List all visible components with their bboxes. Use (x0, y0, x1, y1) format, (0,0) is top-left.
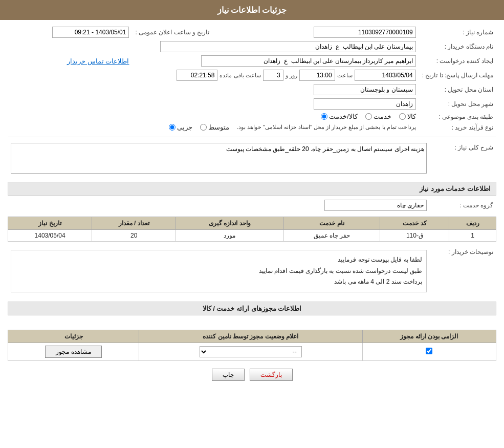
button-row: بازگشت چاپ (8, 369, 496, 381)
deadline-row: ساعت روز و ساعت باقی مانده (8, 68, 419, 82)
services-table: ردیف کد خدمت نام خدمت واحد اندازه گیری ت… (8, 217, 496, 242)
process-jozi-radio[interactable] (169, 124, 176, 131)
creator-input[interactable] (201, 55, 416, 67)
city-value (8, 97, 419, 111)
process-motavasset-label: متوسط (208, 123, 229, 131)
buyer-notes-label: توصیحات خریدار : (430, 246, 496, 296)
buyer-note-line-1: لطفا به فایل پیوست توجه فرمایید (15, 254, 422, 266)
service-group-label: گروه خدمت : (430, 198, 496, 212)
services-section-title: اطلاعات خدمات مورد نیاز (8, 182, 496, 196)
perm-col-status: اعلام وضعیت مجوز توسط نامین کننده (139, 330, 362, 343)
buyer-notes-box: لطفا به فایل پیوست توجه فرمایید طبق لیست… (11, 250, 427, 292)
creator-label: ایجاد کننده درخواست : (419, 54, 496, 68)
buyer-note-line-3: پرداخت سند 2 الی 4 ماهه می باشد (15, 276, 422, 288)
page-title: جزئیات اطلاعات نیاز (217, 6, 287, 14)
announcement-datetime-label: تاریخ و ساعت اعلان عمومی : (132, 25, 212, 39)
buyer-org-input[interactable] (160, 41, 416, 52)
permissions-table: الزامی بودن ارائه مجوز اعلام وضعیت مجوز … (8, 330, 496, 361)
perm-required-checkbox[interactable] (426, 348, 432, 354)
category-kala-radio[interactable] (399, 113, 406, 120)
service-group-input[interactable] (324, 200, 427, 211)
perm-status-select[interactable]: -- (200, 346, 302, 357)
perm-col-detail: جزئیات (8, 330, 139, 343)
row-qty: 20 (92, 230, 176, 242)
service-group-value (8, 198, 430, 212)
process-motavasset-option[interactable]: متوسط (200, 123, 229, 131)
category-kala-khedmat-option[interactable]: کالا/خدمت (321, 113, 358, 120)
process-detail-text: پرداخت تمام یا بخشی از مبلغ خریدار از مح… (237, 124, 416, 131)
process-label: نوع فرآیند خرید : (419, 122, 496, 133)
description-label: شرح کلی نیاز : (430, 141, 496, 177)
contact-link[interactable]: اطلاعات تماس خریدار (67, 57, 129, 65)
deadline-label: مهلت ارسال پاسخ: تا تاریخ : (419, 68, 496, 82)
deadline-time-input[interactable] (299, 70, 335, 81)
description-textarea[interactable]: هزینه اجرای سیستم اتصال به زمین_حفر چاه.… (11, 143, 427, 174)
buyer-org-value (8, 39, 419, 54)
remaining-label: ساعت باقی مانده (220, 72, 260, 79)
category-row: کالا خدمت کالا/خدمت (8, 111, 419, 122)
province-input[interactable] (314, 84, 416, 95)
process-jozi-option[interactable]: جزیی (169, 123, 192, 131)
category-khedmat-radio[interactable] (365, 113, 372, 120)
perm-required-cell (362, 343, 496, 360)
description-table: شرح کلی نیاز : هزینه اجرای سیستم اتصال ب… (8, 141, 496, 177)
row-code: ق-110 (380, 230, 449, 242)
info-table: شماره نیاز : تاریخ و ساعت اعلان عمومی : … (8, 25, 496, 133)
remaining-input[interactable] (177, 70, 217, 81)
buyer-notes-value: لطفا به فایل پیوست توجه فرمایید طبق لیست… (8, 246, 430, 296)
province-label: استان محل تحویل : (419, 82, 496, 97)
buyer-note-line-2: طبق لیست درخواست شده نسبت به بارگذاری قی… (15, 266, 422, 277)
table-row: 1 ق-110 حفر چاه عمیق مورد 20 1403/05/04 (8, 230, 496, 242)
row-name: حفر چاه عمیق (283, 230, 380, 242)
row-date: 1403/05/04 (8, 230, 92, 242)
request-number-label: شماره نیاز : (419, 25, 496, 39)
col-name: نام خدمت (283, 217, 380, 230)
perm-status-cell: -- (139, 343, 362, 360)
announcement-datetime-input[interactable] (52, 27, 129, 38)
buyer-notes-table: توصیحات خریدار : لطفا به فایل پیوست توجه… (8, 246, 496, 296)
deadline-date-input[interactable] (355, 70, 416, 81)
row-unit: مورد (176, 230, 283, 242)
col-row: ردیف (449, 217, 496, 230)
category-kala-option[interactable]: کالا (399, 113, 416, 120)
description-value: هزینه اجرای سیستم اتصال به زمین_حفر چاه.… (8, 141, 430, 177)
perm-detail-cell: مشاهده مجوز (8, 343, 139, 360)
creator-value (132, 54, 419, 68)
perm-col-required: الزامی بودن ارائه مجوز (362, 330, 496, 343)
process-motavasset-radio[interactable] (200, 124, 207, 131)
col-date: تاریخ نیاز (8, 217, 92, 230)
back-button[interactable]: بازگشت (250, 369, 293, 381)
page-header: جزئیات اطلاعات نیاز (0, 0, 504, 20)
view-permission-button[interactable]: مشاهده مجوز (45, 346, 101, 358)
row-number: 1 (449, 230, 496, 242)
announcement-datetime-value (8, 25, 132, 39)
request-number-value (223, 25, 419, 39)
category-khedmat-option[interactable]: خدمت (365, 113, 391, 120)
col-qty: تعداد / مقدار (92, 217, 176, 230)
category-kala-label: کالا (407, 113, 416, 120)
permission-row: -- مشاهده مجوز (8, 343, 496, 360)
col-unit: واحد اندازه گیری (176, 217, 283, 230)
main-content: شماره نیاز : تاریخ و ساعت اعلان عمومی : … (0, 20, 504, 394)
request-number-input[interactable] (314, 27, 416, 38)
permissions-section-title: اطلاعات مجوزهای ارائه خدمت / کالا (8, 302, 496, 315)
process-jozi-label: جزیی (177, 123, 192, 131)
divider-1 (8, 137, 496, 137)
deadline-days-input[interactable] (263, 70, 283, 81)
print-button[interactable]: چاپ (212, 369, 245, 381)
category-kala-khedmat-radio[interactable] (321, 113, 327, 120)
city-input[interactable] (314, 98, 416, 110)
page-wrapper: جزئیات اطلاعات نیاز شماره نیاز : تاریخ و… (0, 0, 504, 448)
service-group-table: گروه خدمت : (8, 198, 496, 212)
buyer-org-label: نام دستگاه خریدار : (419, 39, 496, 54)
category-kala-khedmat-label: کالا/خدمت (329, 113, 358, 120)
process-row: پرداخت تمام یا بخشی از مبلغ خریدار از مح… (8, 122, 419, 133)
category-label: طبقه بندی موضوعی : (419, 111, 496, 122)
category-khedmat-label: خدمت (374, 113, 391, 120)
deadline-day-label: روز و (286, 72, 297, 79)
deadline-time-label: ساعت (337, 72, 353, 79)
city-label: شهر محل تحویل : (419, 97, 496, 111)
col-code: کد خدمت (380, 217, 449, 230)
province-value (8, 82, 419, 97)
